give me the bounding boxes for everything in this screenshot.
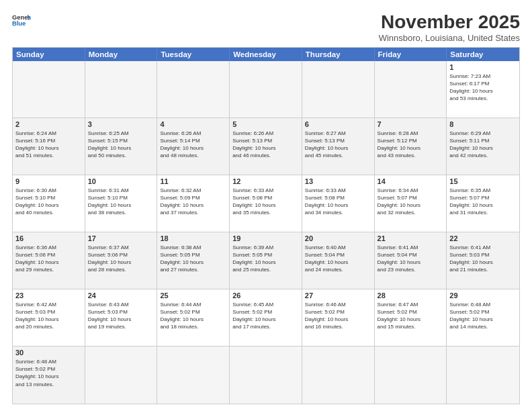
cell-day-number: 6 — [305, 120, 371, 128]
cell-day-number: 3 — [88, 120, 154, 128]
cell-sun-info: Sunrise: 6:39 AM Sunset: 5:05 PM Dayligh… — [232, 244, 299, 274]
calendar-body: 1Sunrise: 7:23 AM Sunset: 6:17 PM Daylig… — [13, 61, 519, 404]
day-header-monday: Monday — [85, 48, 158, 61]
calendar-cell-empty — [230, 61, 302, 118]
cell-sun-info: Sunrise: 6:40 AM Sunset: 5:04 PM Dayligh… — [305, 244, 371, 274]
cell-day-number: 13 — [305, 177, 371, 185]
calendar-cell-1: 1Sunrise: 7:23 AM Sunset: 6:17 PM Daylig… — [447, 61, 519, 118]
calendar-cell-12: 12Sunrise: 6:33 AM Sunset: 5:08 PM Dayli… — [230, 175, 302, 232]
calendar-cell-empty — [13, 61, 85, 118]
calendar-cell-empty — [302, 347, 375, 404]
calendar-cell-5: 5Sunrise: 6:26 AM Sunset: 5:13 PM Daylig… — [230, 118, 302, 175]
cell-sun-info: Sunrise: 6:35 AM Sunset: 5:07 PM Dayligh… — [449, 187, 517, 217]
svg-text:Blue: Blue — [12, 20, 26, 27]
cell-sun-info: Sunrise: 6:41 AM Sunset: 5:04 PM Dayligh… — [378, 244, 444, 274]
cell-sun-info: Sunrise: 6:37 AM Sunset: 5:06 PM Dayligh… — [88, 244, 154, 274]
cell-sun-info: Sunrise: 6:36 AM Sunset: 5:06 PM Dayligh… — [15, 244, 82, 274]
cell-sun-info: Sunrise: 6:46 AM Sunset: 5:02 PM Dayligh… — [305, 301, 371, 331]
day-header-friday: Friday — [375, 48, 447, 61]
calendar-cell-22: 22Sunrise: 6:41 AM Sunset: 5:03 PM Dayli… — [447, 232, 519, 289]
calendar-cell-6: 6Sunrise: 6:27 AM Sunset: 5:13 PM Daylig… — [302, 118, 375, 175]
calendar-cell-17: 17Sunrise: 6:37 AM Sunset: 5:06 PM Dayli… — [85, 232, 158, 289]
cell-sun-info: Sunrise: 6:28 AM Sunset: 5:12 PM Dayligh… — [378, 130, 444, 160]
calendar-cell-4: 4Sunrise: 6:26 AM Sunset: 5:14 PM Daylig… — [157, 118, 230, 175]
calendar-cell-16: 16Sunrise: 6:36 AM Sunset: 5:06 PM Dayli… — [13, 232, 85, 289]
cell-sun-info: Sunrise: 6:25 AM Sunset: 5:15 PM Dayligh… — [88, 130, 154, 160]
cell-day-number: 27 — [305, 291, 371, 300]
header: General Blue November 2025 Winnsboro, Lo… — [12, 12, 520, 43]
cell-sun-info: Sunrise: 7:23 AM Sunset: 6:17 PM Dayligh… — [449, 73, 517, 103]
calendar-cell-18: 18Sunrise: 6:38 AM Sunset: 5:05 PM Dayli… — [157, 232, 230, 289]
cell-day-number: 17 — [88, 234, 154, 242]
cell-sun-info: Sunrise: 6:41 AM Sunset: 5:03 PM Dayligh… — [449, 244, 517, 274]
calendar-cell-27: 27Sunrise: 6:46 AM Sunset: 5:02 PM Dayli… — [302, 289, 375, 347]
calendar-cell-11: 11Sunrise: 6:32 AM Sunset: 5:09 PM Dayli… — [157, 175, 230, 232]
calendar-cell-empty — [230, 347, 302, 404]
cell-day-number: 9 — [15, 177, 82, 185]
calendar-cell-19: 19Sunrise: 6:39 AM Sunset: 5:05 PM Dayli… — [230, 232, 302, 289]
calendar-cell-3: 3Sunrise: 6:25 AM Sunset: 5:15 PM Daylig… — [85, 118, 158, 175]
calendar-cell-26: 26Sunrise: 6:45 AM Sunset: 5:02 PM Dayli… — [230, 289, 302, 347]
cell-sun-info: Sunrise: 6:27 AM Sunset: 5:13 PM Dayligh… — [305, 130, 371, 160]
cell-sun-info: Sunrise: 6:32 AM Sunset: 5:09 PM Dayligh… — [160, 187, 226, 217]
calendar-cell-21: 21Sunrise: 6:41 AM Sunset: 5:04 PM Dayli… — [375, 232, 447, 289]
generalblue-logo-icon: General Blue — [12, 12, 31, 27]
cell-day-number: 14 — [378, 177, 444, 185]
cell-sun-info: Sunrise: 6:44 AM Sunset: 5:02 PM Dayligh… — [160, 301, 226, 331]
cell-day-number: 19 — [232, 234, 299, 242]
day-header-wednesday: Wednesday — [230, 48, 302, 61]
day-header-sunday: Sunday — [13, 48, 85, 61]
cell-day-number: 22 — [449, 234, 517, 242]
cell-sun-info: Sunrise: 6:45 AM Sunset: 5:02 PM Dayligh… — [232, 301, 299, 331]
cell-sun-info: Sunrise: 6:33 AM Sunset: 5:08 PM Dayligh… — [305, 187, 371, 217]
calendar-cell-empty — [157, 347, 230, 404]
cell-sun-info: Sunrise: 6:33 AM Sunset: 5:08 PM Dayligh… — [232, 187, 299, 217]
cell-day-number: 11 — [160, 177, 226, 185]
cell-day-number: 2 — [15, 120, 82, 128]
day-header-tuesday: Tuesday — [157, 48, 230, 61]
cell-day-number: 7 — [378, 120, 444, 128]
calendar-cell-empty — [85, 347, 158, 404]
calendar-cell-empty — [375, 61, 447, 118]
calendar-cell-20: 20Sunrise: 6:40 AM Sunset: 5:04 PM Dayli… — [302, 232, 375, 289]
calendar-cell-empty — [447, 347, 519, 404]
calendar: SundayMondayTuesdayWednesdayThursdayFrid… — [12, 47, 520, 404]
cell-day-number: 5 — [232, 120, 299, 128]
month-title: November 2025 — [379, 12, 520, 33]
calendar-cell-empty — [157, 61, 230, 118]
cell-sun-info: Sunrise: 6:34 AM Sunset: 5:07 PM Dayligh… — [378, 187, 444, 217]
cell-day-number: 30 — [15, 349, 82, 357]
calendar-cell-8: 8Sunrise: 6:29 AM Sunset: 5:11 PM Daylig… — [447, 118, 519, 175]
location: Winnsboro, Louisiana, United States — [379, 33, 520, 43]
cell-sun-info: Sunrise: 6:38 AM Sunset: 5:05 PM Dayligh… — [160, 244, 226, 274]
cell-sun-info: Sunrise: 6:26 AM Sunset: 5:14 PM Dayligh… — [160, 130, 226, 160]
cell-day-number: 18 — [160, 234, 226, 242]
calendar-cell-9: 9Sunrise: 6:30 AM Sunset: 5:10 PM Daylig… — [13, 175, 85, 232]
cell-day-number: 20 — [305, 234, 371, 242]
calendar-cell-28: 28Sunrise: 6:47 AM Sunset: 5:02 PM Dayli… — [375, 289, 447, 347]
day-headers-row: SundayMondayTuesdayWednesdayThursdayFrid… — [13, 48, 519, 61]
calendar-cell-14: 14Sunrise: 6:34 AM Sunset: 5:07 PM Dayli… — [375, 175, 447, 232]
cell-sun-info: Sunrise: 6:43 AM Sunset: 5:03 PM Dayligh… — [88, 301, 154, 331]
cell-day-number: 26 — [232, 291, 299, 300]
calendar-cell-25: 25Sunrise: 6:44 AM Sunset: 5:02 PM Dayli… — [157, 289, 230, 347]
calendar-cell-10: 10Sunrise: 6:31 AM Sunset: 5:10 PM Dayli… — [85, 175, 158, 232]
cell-day-number: 23 — [15, 291, 82, 300]
cell-day-number: 21 — [378, 234, 444, 242]
calendar-cell-24: 24Sunrise: 6:43 AM Sunset: 5:03 PM Dayli… — [85, 289, 158, 347]
calendar-cell-15: 15Sunrise: 6:35 AM Sunset: 5:07 PM Dayli… — [447, 175, 519, 232]
title-section: November 2025 Winnsboro, Louisiana, Unit… — [379, 12, 520, 43]
calendar-cell-empty — [375, 347, 447, 404]
calendar-cell-7: 7Sunrise: 6:28 AM Sunset: 5:12 PM Daylig… — [375, 118, 447, 175]
cell-day-number: 12 — [232, 177, 299, 185]
cell-day-number: 15 — [449, 177, 517, 185]
cell-sun-info: Sunrise: 6:29 AM Sunset: 5:11 PM Dayligh… — [449, 130, 517, 160]
day-header-saturday: Saturday — [447, 48, 519, 61]
calendar-cell-13: 13Sunrise: 6:33 AM Sunset: 5:08 PM Dayli… — [302, 175, 375, 232]
cell-sun-info: Sunrise: 6:24 AM Sunset: 5:16 PM Dayligh… — [15, 130, 82, 160]
day-header-thursday: Thursday — [302, 48, 375, 61]
cell-day-number: 4 — [160, 120, 226, 128]
cell-day-number: 8 — [449, 120, 517, 128]
cell-day-number: 29 — [449, 291, 517, 300]
cell-sun-info: Sunrise: 6:26 AM Sunset: 5:13 PM Dayligh… — [232, 130, 299, 160]
